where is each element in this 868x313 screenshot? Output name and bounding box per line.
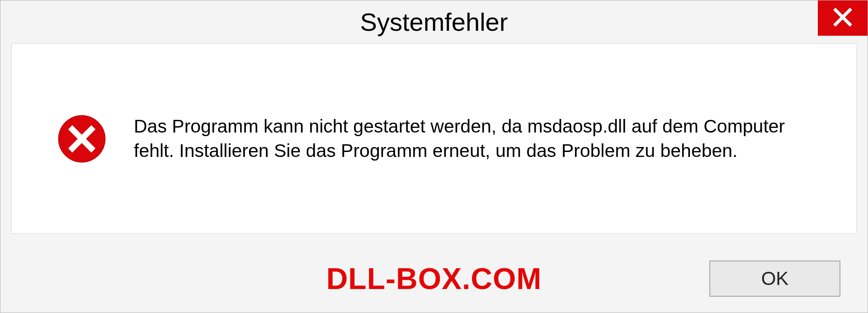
- titlebar: Systemfehler: [0, 0, 868, 43]
- watermark-text: DLL-BOX.COM: [326, 261, 542, 296]
- error-icon: [57, 114, 107, 164]
- dialog-title: Systemfehler: [360, 7, 508, 37]
- close-icon: [833, 7, 853, 29]
- error-message: Das Programm kann nicht gestartet werden…: [134, 114, 829, 163]
- close-button[interactable]: [818, 0, 868, 36]
- dialog-footer: DLL-BOX.COM OK: [0, 245, 868, 313]
- ok-button[interactable]: OK: [709, 261, 840, 297]
- ok-button-label: OK: [761, 268, 789, 289]
- content-panel: Das Programm kann nicht gestartet werden…: [11, 43, 857, 234]
- error-dialog: Systemfehler Das Programm kann nicht ges…: [0, 0, 868, 313]
